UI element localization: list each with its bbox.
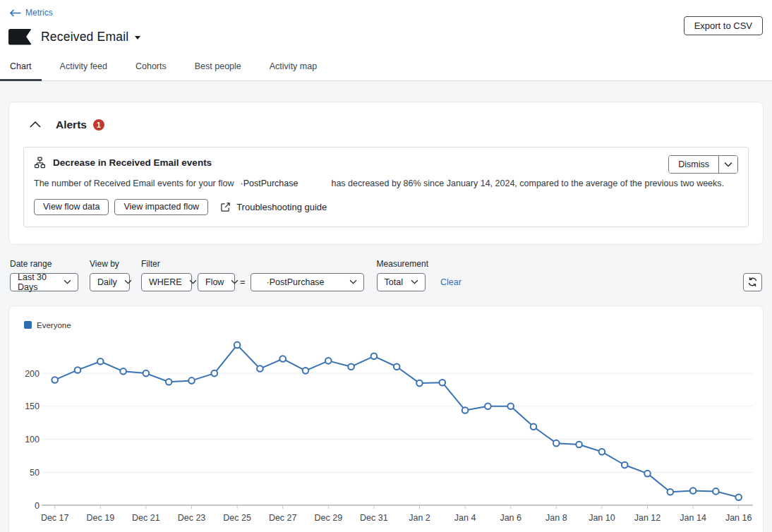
legend-label-everyone: Everyone [37,321,71,330]
collapse-alerts-button[interactable] [28,118,42,132]
legend-swatch-everyone [24,321,32,329]
page-body: Alerts 1 Decrease in Received Email even… [0,81,772,532]
chevron-up-icon [30,121,41,128]
flow-icon [34,157,46,169]
chart-panel: Everyone 050100150200Dec 17Dec 19Dec 21D… [8,306,764,532]
filter-field-value: Flow [205,277,224,287]
tab-cohorts[interactable]: Cohorts [126,59,176,80]
svg-text:Dec 17: Dec 17 [41,513,69,523]
alerts-count-badge: 1 [93,119,104,131]
tab-bar: Chart Activity feed Cohorts Best people … [0,59,772,81]
tab-activity-feed[interactable]: Activity feed [50,59,117,80]
measurement-select[interactable]: Total [377,273,426,291]
external-link-icon [220,202,231,212]
measurement-label: Measurement [377,259,428,269]
alert-card: Decrease in Received Email events Dismis… [23,147,749,227]
svg-text:150: 150 [25,401,40,411]
measurement-value: Total [385,277,403,287]
metric-dropdown-caret-icon[interactable] [135,36,140,40]
alert-card-header: Decrease in Received Email events [34,157,738,169]
svg-text:Dec 27: Dec 27 [269,513,297,523]
view-by-select[interactable]: Daily [90,273,130,291]
filter-where-value: WHERE [149,277,182,287]
chevron-down-icon [231,279,239,284]
filter-operator: = [240,277,246,287]
svg-text:Dec 21: Dec 21 [132,513,160,523]
refresh-button[interactable] [743,273,762,291]
filter-where-select[interactable]: WHERE [141,273,192,291]
view-by-label: View by [90,259,130,269]
filter-bar: Date range Last 30 Days View by Daily Fi… [8,259,764,291]
back-link-label: Metrics [25,8,53,18]
view-flow-data-button[interactable]: View flow data [34,199,109,215]
svg-text:Dec 31: Dec 31 [360,513,388,523]
chevron-down-icon [124,279,132,284]
line-chart: 050100150200Dec 17Dec 19Dec 21Dec 23Dec … [9,332,763,532]
troubleshooting-guide-label: Troubleshooting guide [236,202,327,212]
alert-body-text: The number of Received Email events for … [34,179,738,188]
svg-text:Jan 6: Jan 6 [500,513,521,523]
chevron-down-icon [189,279,197,284]
refresh-icon [747,277,758,287]
svg-text:Jan 8: Jan 8 [545,513,567,523]
svg-text:Jan 12: Jan 12 [634,513,661,523]
chevron-down-icon [349,279,357,284]
svg-text:Jan 16: Jan 16 [725,513,752,523]
chevron-down-icon [724,162,732,167]
alerts-title: Alerts [56,119,87,131]
clear-filters-link[interactable]: Clear [440,277,462,287]
svg-text:100: 100 [25,435,40,445]
svg-text:50: 50 [30,467,40,477]
title-row: Received Email [8,29,772,45]
metric-flag-icon [8,29,32,45]
date-range-label: Date range [10,259,78,269]
chevron-down-icon [64,279,71,284]
page-title: Received Email [41,30,128,44]
chart-legend: Everyone [24,321,763,330]
alerts-section: Alerts 1 Decrease in Received Email even… [8,102,764,245]
view-by-value: Daily [97,277,117,287]
date-range-value: Last 30 Days [18,272,56,292]
filter-value-select[interactable]: ·PostPurchase [251,273,364,291]
top-header: Metrics Received Email Export to CSV Cha… [0,0,772,81]
svg-text:Dec 23: Dec 23 [178,513,206,523]
back-to-metrics-link[interactable]: Metrics [10,8,53,18]
alert-body-prefix: The number of Received Email events for … [34,179,234,188]
alert-title: Decrease in Received Email events [53,157,212,168]
svg-text:Dec 25: Dec 25 [223,513,251,523]
tab-best-people[interactable]: Best people [185,59,251,80]
svg-text:Dec 19: Dec 19 [86,513,114,523]
svg-text:Jan 4: Jan 4 [454,513,476,523]
filter-label: Filter [141,259,364,269]
alert-actions: View flow data View impacted flow Troubl… [34,199,738,215]
svg-text:Jan 2: Jan 2 [409,513,430,523]
troubleshooting-guide-link[interactable]: Troubleshooting guide [220,202,327,212]
svg-text:Dec 29: Dec 29 [314,513,342,523]
chevron-down-icon [411,279,418,284]
alerts-header: Alerts 1 [23,118,749,132]
svg-text:Jan 14: Jan 14 [680,513,706,523]
tab-chart[interactable]: Chart [0,59,42,80]
filter-value: ·PostPurchase [267,277,325,287]
line-chart-svg: 050100150200Dec 17Dec 19Dec 21Dec 23Dec … [9,332,764,532]
svg-text:0: 0 [35,500,40,510]
filter-field-select[interactable]: Flow [198,273,235,291]
alert-flow-name: ·PostPurchase [240,179,298,188]
tab-activity-map[interactable]: Activity map [260,59,327,80]
svg-text:200: 200 [25,368,40,378]
svg-text:Jan 10: Jan 10 [589,513,615,523]
dismiss-split-button: Dismiss [668,155,738,174]
dismiss-button[interactable]: Dismiss [669,156,718,173]
export-csv-button[interactable]: Export to CSV [684,16,763,35]
alert-body-suffix: has decreased by 86% since January 14, 2… [331,179,724,188]
dismiss-dropdown-button[interactable] [718,156,737,173]
view-impacted-flow-button[interactable]: View impacted flow [114,199,208,215]
date-range-select[interactable]: Last 30 Days [10,273,78,291]
back-arrow-icon [10,9,21,17]
